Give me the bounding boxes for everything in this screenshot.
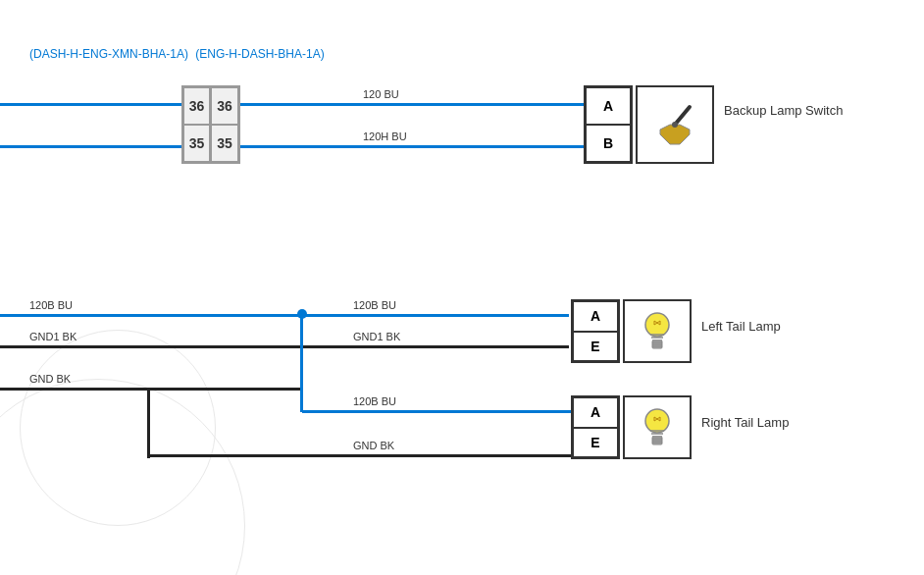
terminal-backup-a: A: [586, 87, 631, 125]
wire-gndbk-to-terminal: [149, 454, 571, 457]
terminal-left-tail-e: E: [573, 332, 618, 362]
wire-right-tail-blue: [302, 410, 571, 413]
wire-label-120bbu-left-1: 120B BU: [29, 299, 73, 311]
wire-left-tail-gnd: [0, 345, 569, 348]
svg-point-15: [645, 409, 669, 433]
wire-label-120bbu-right: 120B BU: [353, 395, 396, 407]
wire-gnd-bk-horizontal: [0, 388, 302, 391]
wire-left-tail-top: [0, 314, 569, 317]
right-tail-lamp-label: Right Tail Lamp: [701, 415, 789, 430]
left-tail-lamp-label: Left Tail Lamp: [701, 319, 781, 334]
connector-cell-35-right: 35: [211, 125, 238, 162]
terminal-right-tail-a: A: [573, 397, 618, 428]
right-tail-lamp-box: [623, 395, 692, 459]
terminal-left-tail: A E: [571, 299, 620, 363]
connector-cell-35-left: 35: [183, 125, 210, 162]
wire-label-gndbk: GND BK: [29, 373, 71, 385]
terminal-backup-b: B: [586, 125, 631, 162]
header-label2: (ENG-H-DASH-BHA-1A): [195, 47, 324, 61]
header-label1: (DASH-H-ENG-XMN-BHA-1A): [29, 47, 188, 61]
wire-label-gnd1bk-right: GND1 BK: [353, 331, 400, 342]
wire-label-120hbu: 120H BU: [363, 131, 407, 142]
wire-label-120bu: 120 BU: [363, 88, 399, 100]
switch-icon: [645, 95, 704, 154]
wire-connector-to-terminal-top: [240, 103, 584, 106]
wire-junction-drop: [300, 314, 303, 412]
right-tail-lamp-icon: [633, 403, 682, 452]
connector-cell-36-left: 36: [183, 87, 210, 125]
wire-top-blue-2: [0, 145, 181, 148]
connector-left: 36 35 36 35: [181, 85, 240, 164]
svg-point-2: [672, 122, 678, 128]
connector-cell-36-right: 36: [211, 87, 238, 125]
terminal-backup: A B: [584, 85, 633, 164]
terminal-right-tail-e: E: [573, 428, 618, 458]
wire-top-blue-1: [0, 103, 181, 106]
wire-label-gnd1bk-left: GND1 BK: [29, 331, 77, 342]
left-tail-lamp-icon: [633, 307, 682, 356]
header-labels: (DASH-H-ENG-XMN-BHA-1A) (ENG-H-DASH-BHA-…: [29, 47, 325, 61]
wire-label-gndbk-right: GND BK: [353, 440, 394, 451]
left-tail-lamp-box: [623, 299, 692, 363]
backup-switch-box: [636, 85, 714, 164]
wire-label-120bbu-left-2: 120B BU: [353, 299, 396, 311]
wire-connector-to-terminal-bottom: [240, 145, 584, 148]
svg-point-3: [645, 313, 669, 337]
backup-switch-label: Backup Lamp Switch: [724, 103, 843, 118]
svg-line-1: [675, 107, 690, 125]
wire-gndbk-vertical: [147, 388, 150, 458]
terminal-right-tail: A E: [571, 395, 620, 459]
terminal-left-tail-a: A: [573, 301, 618, 332]
